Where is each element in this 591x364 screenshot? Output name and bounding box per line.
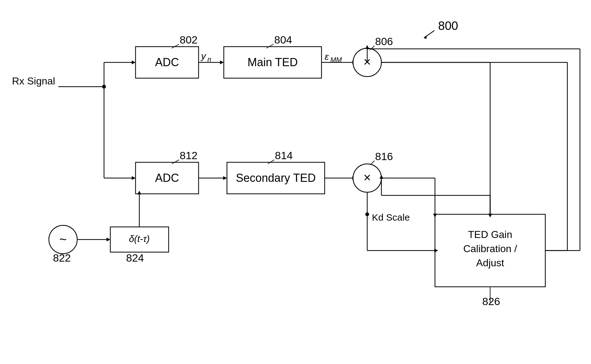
ted-gain-label-line1: TED Gain	[468, 229, 512, 240]
delay-id: 824	[126, 252, 144, 264]
multiplier-top-id: 806	[375, 35, 393, 47]
adc-top-label: ADC	[155, 56, 179, 69]
multiplier-bottom-id: 816	[375, 150, 393, 162]
adc-top-id: 802	[180, 34, 198, 46]
yn-label: y	[200, 51, 206, 61]
yn-subscript: n	[207, 55, 211, 63]
adc-bottom-id: 812	[180, 149, 198, 161]
secondary-ted-id: 814	[275, 149, 293, 161]
oscillator-label: ~	[59, 232, 67, 246]
ted-gain-id: 826	[482, 295, 500, 307]
epsilon-label: ε	[325, 51, 329, 62]
ted-gain-label-line3: Adjust	[476, 257, 504, 269]
main-ted-id: 804	[274, 34, 292, 46]
secondary-ted-label: Secondary TED	[236, 171, 316, 184]
figure-number: 800	[438, 19, 458, 32]
adc-bottom-label: ADC	[155, 171, 179, 184]
ted-gain-label-line2: Calibration /	[463, 243, 517, 254]
main-ted-label: Main TED	[247, 56, 298, 69]
kd-scale-label: Kd Scale	[372, 212, 410, 222]
delay-label: δ(t-τ)	[129, 234, 150, 244]
kd-scale-dot	[365, 212, 369, 216]
multiplier-bottom-label: ×	[363, 170, 371, 184]
rx-signal-label: Rx Signal	[12, 75, 55, 87]
oscillator-id: 822	[53, 252, 71, 264]
